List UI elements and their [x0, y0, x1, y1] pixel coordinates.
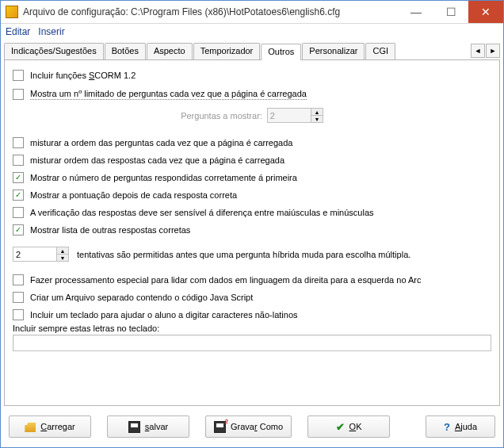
tab-scroll-left-icon[interactable]: ◄	[471, 44, 485, 58]
label-attempts: tentativas são permitidas antes que uma …	[77, 250, 410, 259]
tab-strip: Indicações/Sugestões Botões Aspecto Temp…	[1, 40, 503, 59]
spinner-up-icon[interactable]: ▲	[57, 247, 68, 255]
spinner-attempts-input[interactable]	[13, 247, 56, 261]
save-button[interactable]: salvar	[107, 415, 189, 438]
checkbox-show-correct-count[interactable]	[13, 172, 24, 183]
window-buttons: — ☐ ✕	[399, 1, 503, 23]
spinner-down-icon[interactable]: ▼	[57, 255, 68, 261]
menu-insert[interactable]: Inserir	[38, 26, 64, 37]
tab-buttons[interactable]: Botões	[105, 43, 146, 59]
button-bar: Carregar salvar Gravar Como ✔ OK ? Ajuda	[1, 409, 503, 447]
spinner-attempts-arrows: ▲ ▼	[56, 247, 68, 261]
checkbox-show-other-answers[interactable]	[13, 224, 24, 235]
check-icon: ✔	[336, 421, 345, 433]
maximize-button[interactable]: ☐	[433, 1, 468, 23]
checkbox-limit-questions[interactable]	[13, 89, 24, 100]
label-rtl: Fazer processamento especial para lidar …	[30, 275, 421, 285]
spinner-attempts[interactable]: ▲ ▼	[13, 247, 69, 262]
tab-scroll: ◄ ►	[471, 44, 500, 59]
label-separate-js: Criar um Arquivo separado contendo o cód…	[30, 293, 253, 302]
save-as-icon	[214, 421, 226, 433]
checkbox-case-sensitive[interactable]	[13, 207, 24, 218]
help-button[interactable]: ? Ajuda	[426, 415, 495, 438]
label-shuffle-answers: misturar ordem das respostas cada vez qu…	[30, 155, 284, 165]
label-show-correct-count: Mostrar o número de perguntas respondida…	[30, 173, 297, 182]
label-questions-to-show: Perguntas a mostrar:	[181, 111, 262, 121]
checkbox-keyboard[interactable]	[13, 309, 24, 320]
close-button[interactable]: ✕	[468, 1, 503, 23]
tab-timer[interactable]: Temporizador	[193, 43, 261, 59]
spinner-questions-input[interactable]	[268, 109, 311, 122]
tab-page-other: Incluir funções SCORM 1.2 Mostra um nº l…	[4, 59, 500, 406]
menu-edit[interactable]: Editar	[6, 26, 30, 37]
label-limit-questions: Mostra um nº limitado de perguntas cada …	[30, 89, 307, 100]
checkbox-show-score[interactable]	[13, 190, 24, 201]
config-window: Arquivo de configuração: C:\Program File…	[0, 0, 504, 448]
label-show-other-answers: Mostrar lista de outras respostas corret…	[30, 225, 190, 235]
help-icon: ?	[444, 421, 450, 433]
label-scorm: Incluir funções SCORM 1.2	[30, 71, 136, 80]
tab-cgi[interactable]: CGI	[365, 43, 395, 59]
save-icon	[128, 421, 140, 433]
tab-scroll-right-icon[interactable]: ►	[486, 44, 500, 58]
checkbox-rtl[interactable]	[13, 274, 24, 285]
spinner-questions[interactable]: ▲ ▼	[267, 108, 323, 123]
window-title: Arquivo de configuração: C:\Program File…	[23, 6, 399, 17]
title-bar: Arquivo de configuração: C:\Program File…	[1, 1, 503, 24]
label-case-sensitive: A verificação das respostas deve ser sen…	[30, 208, 374, 217]
label-keyboard-letters: Incluir sempre estas letras no teclado:	[13, 324, 491, 333]
label-keyboard: Incluir um teclado para ajudar o aluno a…	[30, 310, 298, 320]
save-as-button[interactable]: Gravar Como	[205, 415, 292, 438]
tab-aspect[interactable]: Aspecto	[147, 43, 193, 59]
label-show-score: Mostrar a pontuação depois de cada respo…	[30, 190, 237, 200]
folder-open-icon	[25, 421, 36, 432]
tab-other[interactable]: Outros	[261, 44, 301, 60]
input-keyboard-letters[interactable]	[13, 335, 491, 351]
checkbox-separate-js[interactable]	[13, 292, 24, 303]
minimize-button[interactable]: —	[399, 1, 433, 23]
menu-bar: Editar Inserir	[1, 24, 503, 40]
checkbox-shuffle-answers[interactable]	[13, 155, 24, 166]
checkbox-shuffle-questions[interactable]	[13, 137, 24, 148]
spinner-up-icon[interactable]: ▲	[311, 109, 323, 116]
load-button[interactable]: Carregar	[9, 415, 91, 438]
label-shuffle-questions: misturar a ordem das perguntas cada vez …	[30, 138, 292, 147]
spinner-arrows: ▲ ▼	[311, 109, 323, 122]
tab-customize[interactable]: Personalizar	[302, 43, 365, 59]
checkbox-scorm[interactable]	[13, 70, 24, 81]
ok-button[interactable]: ✔ OK	[307, 415, 390, 438]
app-icon	[6, 6, 18, 18]
tab-hints[interactable]: Indicações/Sugestões	[4, 43, 104, 59]
spinner-down-icon[interactable]: ▼	[311, 116, 323, 122]
